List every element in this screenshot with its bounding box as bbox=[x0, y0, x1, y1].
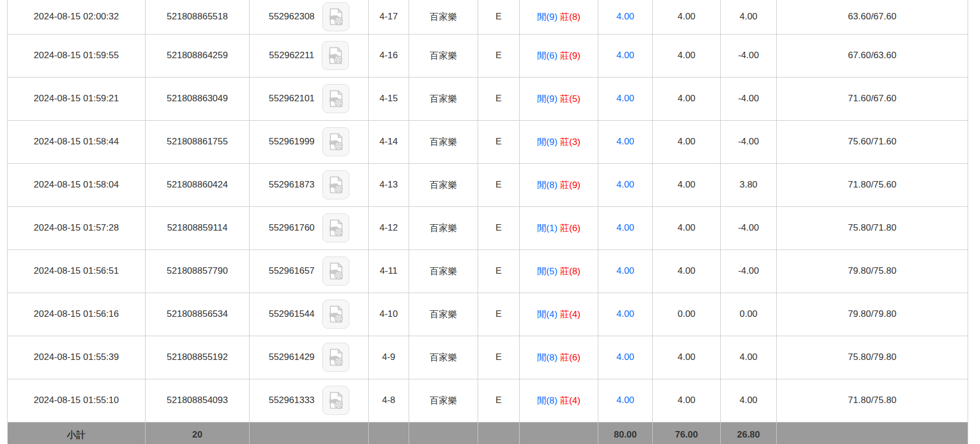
round-number: 4-16 bbox=[369, 34, 409, 77]
bet-id: 521808856534 bbox=[146, 293, 250, 336]
game-name: 百家樂 bbox=[409, 249, 478, 293]
video-replay-button[interactable] bbox=[322, 41, 349, 70]
bet-id: 521808863049 bbox=[146, 77, 250, 120]
balance-before-after: 75.60/71.60 bbox=[777, 120, 968, 163]
video-replay-button[interactable] bbox=[322, 256, 349, 286]
banker-result: 莊(6) bbox=[560, 352, 581, 363]
round-number: 4-15 bbox=[369, 77, 409, 120]
round-id: 552962211 bbox=[269, 50, 314, 61]
video-replay-button[interactable] bbox=[322, 127, 349, 156]
valid-bet-link[interactable]: 4.00 bbox=[616, 50, 634, 60]
subtotal-empty-cell bbox=[777, 422, 968, 444]
round-number: 4-12 bbox=[369, 206, 409, 249]
bet-id: 521808864259 bbox=[146, 34, 250, 77]
valid-bet-cell: 4.00 bbox=[598, 293, 653, 336]
game-name: 百家樂 bbox=[409, 293, 478, 336]
bet-amount: 4.00 bbox=[653, 336, 721, 379]
round-id-cell: 552961544 bbox=[250, 293, 369, 336]
valid-bet-link[interactable]: 4.00 bbox=[616, 352, 634, 362]
video-replay-icon bbox=[327, 348, 345, 367]
bet-time: 2024-08-15 01:56:16 bbox=[8, 293, 146, 336]
win-loss: -4.00 bbox=[721, 206, 777, 249]
game-result: 閒(1) 莊(6) bbox=[520, 206, 598, 249]
round-id-wrap: 552961333 bbox=[250, 386, 368, 415]
bet-amount: 4.00 bbox=[653, 34, 721, 77]
bet-history-table: 2024-08-15 02:00:32521808865518552962308… bbox=[7, 0, 968, 444]
valid-bet-link[interactable]: 4.00 bbox=[616, 266, 634, 276]
banker-result: 莊(4) bbox=[560, 396, 581, 406]
bet-history-screen: 2024-08-15 02:00:32521808865518552962308… bbox=[0, 0, 980, 444]
bet-amount: 4.00 bbox=[653, 379, 721, 422]
round-number: 4-9 bbox=[369, 336, 409, 379]
round-number: 4-17 bbox=[369, 0, 409, 34]
round-id-cell: 552961760 bbox=[250, 206, 369, 249]
round-number: 4-14 bbox=[369, 120, 409, 163]
valid-bet-link[interactable]: 4.00 bbox=[616, 136, 634, 147]
video-replay-icon bbox=[327, 304, 345, 324]
bet-id: 521808857790 bbox=[146, 249, 250, 293]
game-name: 百家樂 bbox=[409, 163, 478, 206]
banker-result: 莊(9) bbox=[560, 51, 581, 61]
video-replay-button[interactable] bbox=[322, 300, 349, 329]
valid-bet-cell: 4.00 bbox=[598, 120, 653, 163]
valid-bet-link[interactable]: 4.00 bbox=[616, 93, 634, 103]
bet-time: 2024-08-15 01:57:28 bbox=[8, 206, 146, 249]
round-id-cell: 552962308 bbox=[250, 0, 369, 34]
round-id-wrap: 552961873 bbox=[250, 170, 368, 199]
video-replay-icon bbox=[327, 89, 345, 108]
bet-row: 2024-08-15 01:58:04521808860424552961873… bbox=[8, 163, 968, 206]
round-id-wrap: 552961760 bbox=[250, 213, 368, 242]
subtotal-empty-cell bbox=[478, 422, 520, 444]
subtotal-winloss-total: 26.80 bbox=[721, 422, 777, 444]
valid-bet-link[interactable]: 4.00 bbox=[616, 223, 634, 233]
player-result: 閒(1) bbox=[537, 223, 557, 233]
bet-amount: 4.00 bbox=[653, 120, 721, 163]
player-result: 閒(6) bbox=[537, 51, 557, 61]
valid-bet-link[interactable]: 4.00 bbox=[616, 179, 634, 190]
player-result: 閒(5) bbox=[537, 266, 557, 276]
subtotal-row: 小計 20 80.00 76.00 26.80 bbox=[8, 422, 968, 444]
video-replay-button[interactable] bbox=[322, 213, 349, 242]
valid-bet-link[interactable]: 4.00 bbox=[616, 11, 634, 22]
valid-bet-link[interactable]: 4.00 bbox=[616, 395, 634, 405]
round-id: 552961544 bbox=[268, 309, 314, 320]
valid-bet-cell: 4.00 bbox=[598, 77, 653, 120]
game-result: 閒(4) 莊(4) bbox=[520, 293, 598, 336]
video-replay-button[interactable] bbox=[322, 170, 349, 199]
subtotal-label: 小計 bbox=[8, 422, 146, 444]
win-loss: 4.00 bbox=[721, 336, 777, 379]
subtotal-empty-cell bbox=[250, 422, 369, 444]
table-code: E bbox=[478, 77, 520, 120]
player-result: 閒(8) bbox=[537, 396, 557, 406]
valid-bet-cell: 4.00 bbox=[598, 379, 653, 422]
bet-id: 521808860424 bbox=[146, 163, 250, 206]
round-number: 4-13 bbox=[369, 163, 409, 206]
win-loss: 0.00 bbox=[721, 293, 777, 336]
win-loss: -4.00 bbox=[721, 249, 777, 293]
video-replay-button[interactable] bbox=[322, 2, 349, 31]
balance-before-after: 71.80/75.60 bbox=[777, 163, 968, 206]
balance-before-after: 71.60/67.60 bbox=[777, 77, 968, 120]
player-result: 閒(9) bbox=[537, 94, 557, 104]
balance-before-after: 75.80/71.80 bbox=[777, 206, 968, 249]
game-name: 百家樂 bbox=[409, 77, 478, 120]
round-id-wrap: 552962308 bbox=[250, 2, 368, 31]
video-replay-button[interactable] bbox=[322, 84, 349, 113]
round-id-wrap: 552961999 bbox=[250, 127, 368, 156]
banker-result: 莊(6) bbox=[560, 223, 581, 233]
bet-id: 521808861755 bbox=[146, 120, 250, 163]
bet-time: 2024-08-15 01:56:51 bbox=[8, 249, 146, 293]
bet-time: 2024-08-15 01:58:44 bbox=[8, 120, 146, 163]
video-replay-icon bbox=[327, 175, 345, 195]
bet-amount: 4.00 bbox=[653, 249, 721, 293]
video-replay-icon bbox=[327, 261, 345, 281]
game-result: 閒(8) 莊(4) bbox=[520, 379, 598, 422]
game-result: 閒(5) 莊(8) bbox=[520, 249, 598, 293]
player-result: 閒(8) bbox=[537, 352, 557, 363]
video-replay-button[interactable] bbox=[322, 386, 349, 415]
bet-id: 521808855192 bbox=[146, 336, 250, 379]
valid-bet-link[interactable]: 4.00 bbox=[616, 309, 634, 319]
game-result: 閒(6) 莊(9) bbox=[520, 34, 598, 77]
video-replay-button[interactable] bbox=[322, 343, 349, 372]
game-name: 百家樂 bbox=[409, 0, 478, 34]
